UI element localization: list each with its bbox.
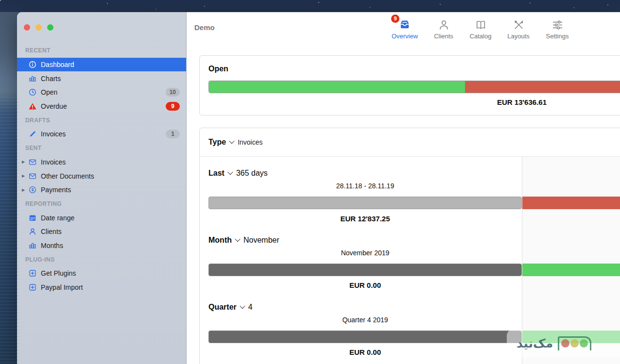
sidebar-item-label: Paypal Import xyxy=(41,283,186,291)
plus-square-icon xyxy=(27,283,38,292)
count-badge: 9 xyxy=(166,102,180,111)
sidebar-item-paypal-import[interactable]: Paypal Import xyxy=(17,281,186,295)
tab-catalog[interactable]: Catalog xyxy=(461,17,500,42)
sidebar-item-overdue[interactable]: Overdue 9 xyxy=(17,99,186,114)
open-summary-card: Open EUR 13'636.61 xyxy=(199,55,620,116)
book-icon xyxy=(461,17,500,31)
open-amount: EUR 13'636.61 xyxy=(208,98,620,106)
count-badge: 10 xyxy=(166,88,180,97)
warning-icon xyxy=(27,102,38,111)
tab-settings[interactable]: Settings xyxy=(538,17,577,42)
stats-card: Type Invoices Last 365 days 28.11.18 - 2… xyxy=(199,128,620,364)
count-badge: 1 xyxy=(166,130,180,138)
wallpaper-stars xyxy=(0,0,1,1)
tab-label: Clients xyxy=(424,33,463,40)
sidebar-item-get-plugins[interactable]: Get Plugins xyxy=(17,266,186,281)
tray-icon: 9 xyxy=(385,17,424,31)
pencil-icon xyxy=(27,130,38,138)
sidebar-item-open[interactable]: Open 10 xyxy=(17,85,186,99)
window-controls xyxy=(24,24,53,31)
sidebar-item-sent-invoices[interactable]: ▶ Invoices xyxy=(17,155,186,169)
sidebar-section-drafts: DRAFTS xyxy=(17,113,186,127)
sidebar-section-reporting: REPORTING xyxy=(17,197,186,211)
disclosure-icon[interactable]: ▶ xyxy=(19,188,27,192)
chevron-down-icon xyxy=(240,303,245,308)
sidebar-item-label: Months xyxy=(41,242,186,249)
sidebar-item-label: Invoices xyxy=(41,130,166,138)
quarter-amount: EUR 0.00 xyxy=(208,348,522,356)
sidebar-item-label: Other Documents xyxy=(41,172,186,180)
last-amount: EUR 12'837.25 xyxy=(208,215,522,223)
sidebar-item-label: Charts xyxy=(41,75,186,83)
open-progress-bar xyxy=(208,81,620,93)
chevron-down-icon xyxy=(235,236,240,241)
sidebar-item-dashboard[interactable]: Dashboard xyxy=(17,58,186,72)
sidebar-section-plugins: PLUG-INS xyxy=(17,252,186,266)
sidebar-item-payments[interactable]: ▶ $ Payments xyxy=(17,183,186,197)
open-card-title: Open xyxy=(208,65,228,73)
plus-square-icon xyxy=(27,269,38,278)
watermark-logo xyxy=(558,336,591,350)
sidebar-list: RECENT Dashboard Charts xyxy=(17,44,186,294)
envelope-icon xyxy=(27,172,38,180)
close-button[interactable] xyxy=(24,24,30,31)
type-selector[interactable]: Type Invoices xyxy=(208,138,263,147)
last-selector[interactable]: Last 365 days xyxy=(208,169,268,178)
sidebar-section-sent: SENT xyxy=(17,141,186,155)
sidebar-item-label: Get Plugins xyxy=(41,269,186,277)
sidebar-item-other-documents[interactable]: ▶ Other Documents xyxy=(17,169,186,183)
sidebar-item-clients[interactable]: Clients xyxy=(17,225,186,239)
zoom-button[interactable] xyxy=(47,24,53,31)
open-segment xyxy=(465,81,620,93)
type-label: Type xyxy=(208,138,226,147)
tab-label: Layouts xyxy=(499,33,538,40)
person-icon xyxy=(27,228,38,236)
app-window: RECENT Dashboard Charts xyxy=(17,12,620,364)
month-amount: EUR 0.00 xyxy=(208,281,522,289)
sidebar-item-label: Open xyxy=(41,88,166,96)
sliders-icon xyxy=(538,17,577,31)
dollar-icon: $ xyxy=(27,186,38,194)
month-bar xyxy=(208,264,522,276)
sidebar-item-label: Overdue xyxy=(41,102,166,110)
tab-clients[interactable]: Clients xyxy=(424,17,463,42)
svg-text:$: $ xyxy=(32,187,34,192)
sidebar-item-months[interactable]: Months xyxy=(17,239,186,253)
type-value: Invoices xyxy=(238,138,262,146)
paid-segment xyxy=(209,81,465,93)
last-bar xyxy=(208,197,522,209)
watermark-text: مک‌نید xyxy=(517,336,553,350)
watermark: مک‌نید xyxy=(507,329,620,357)
period-label: 28.11.18 - 28.11.19 xyxy=(208,182,522,190)
tab-label: Catalog xyxy=(461,33,500,40)
quarter-selector[interactable]: Quarter 4 xyxy=(208,303,253,312)
next-column-last-bar xyxy=(522,197,620,209)
tab-label: Settings xyxy=(538,33,577,40)
sidebar-item-label: Clients xyxy=(41,228,186,235)
tab-overview[interactable]: 9 Overview xyxy=(385,17,424,42)
disclosure-icon[interactable]: ▶ xyxy=(19,174,27,178)
tab-label: Overview xyxy=(385,33,424,40)
desktop: RECENT Dashboard Charts xyxy=(0,0,620,364)
month-selector[interactable]: Month November xyxy=(208,236,279,245)
sidebar-item-label: Date range xyxy=(41,214,186,222)
period-label: November 2019 xyxy=(208,249,522,257)
sidebar-item-date-range[interactable]: Date range xyxy=(17,211,186,225)
period-label: Quarter 4 2019 xyxy=(208,316,522,324)
sidebar-item-draft-invoices[interactable]: Invoices 1 xyxy=(17,127,186,141)
bar-chart-icon xyxy=(27,241,38,249)
sidebar-item-label: Payments xyxy=(41,186,186,194)
tab-badge: 9 xyxy=(391,15,399,23)
tab-layouts[interactable]: Layouts xyxy=(499,17,538,42)
document-title: Demo xyxy=(194,23,215,32)
calendar-icon xyxy=(27,214,38,222)
minimize-button[interactable] xyxy=(35,24,42,31)
disclosure-icon[interactable]: ▶ xyxy=(19,160,27,164)
design-tools-icon xyxy=(499,17,538,31)
bar-chart-icon xyxy=(27,74,38,83)
clock-icon xyxy=(27,88,38,97)
sidebar-item-charts[interactable]: Charts xyxy=(17,71,186,85)
sidebar: RECENT Dashboard Charts xyxy=(17,12,187,364)
sidebar-section-recent: RECENT xyxy=(17,44,186,58)
next-column-month-bar xyxy=(522,264,620,276)
